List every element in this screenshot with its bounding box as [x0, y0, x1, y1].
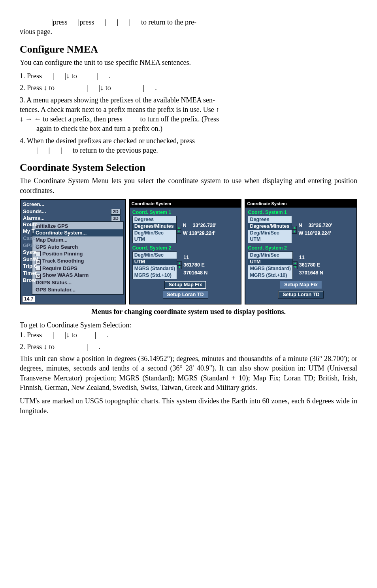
nmea-step-4a: 4. When the desired prefixes are checked…: [20, 136, 357, 146]
figure-caption: Menus for changing coordinate system use…: [20, 307, 357, 316]
submenu-item[interactable]: Show WAAS Alarm: [32, 272, 123, 279]
badge-2d: 2D: [111, 209, 121, 215]
coord-panel-2: Coordinate System Coord. System 1 Degree…: [245, 199, 357, 304]
submenu-item[interactable]: DGPS Status...: [32, 279, 123, 286]
menu-item[interactable]: Brow: [21, 277, 41, 284]
submenu-item-selected[interactable]: Coordinate System...: [32, 229, 123, 236]
submenu-item[interactable]: GPS Simulator...: [32, 286, 123, 293]
menu-item[interactable]: Route: [21, 221, 41, 228]
section-label: Coord. System 1: [248, 209, 354, 216]
submenu-item[interactable]: Position Pinning: [32, 250, 123, 257]
lon-value: W 118°29.224': [298, 230, 332, 237]
panel-title: Coordinate System: [245, 200, 356, 208]
nmea-step-3b: tences. A check mark next to a prefix me…: [20, 105, 357, 114]
coord-desc: The Coordinate System Menu lets you sele…: [20, 176, 357, 195]
utm-northing: 3701648 N: [299, 269, 323, 277]
menu-item[interactable]: 2DSounds...: [21, 208, 125, 215]
cs-step-1: 1. Press | |↓ to | .: [20, 330, 357, 340]
gps-submenu: Initialize GPS Coordinate System... Map …: [32, 221, 124, 295]
nmea-step-3a: 3. A menu appears showing the prefixes o…: [20, 95, 357, 105]
nmea-step-2: 2. Press ↓ to | |↓ to | .: [20, 83, 357, 93]
coord-sys2-list[interactable]: Deg/Min/Sec UTM MGRS (Standard) MGRS (St…: [248, 251, 292, 279]
panel-title: Coordinate System: [130, 200, 241, 208]
body-para-2: UTM's are marked on USGS topographic cha…: [20, 396, 357, 416]
gps-menu-screenshot: Screen... 2DSounds... 3DAlarms... Route …: [20, 199, 126, 304]
menu-item[interactable]: Screen...: [21, 201, 125, 208]
setup-loran-button[interactable]: Setup Loran TD: [163, 291, 208, 299]
utm-easting: 361780 E: [183, 261, 207, 269]
utm-zone: 11: [299, 254, 323, 261]
coord-panel-1: Coordinate System Coord. System 1 Degree…: [129, 199, 242, 304]
nmea-step-4b: | | | to return to the previous page.: [20, 146, 357, 155]
setup-loran-button[interactable]: Setup Loran TD: [278, 291, 324, 299]
section-label: Coord. System 2: [248, 245, 354, 251]
utm-zone: 11: [183, 254, 207, 261]
menu-item[interactable]: My T: [21, 228, 41, 235]
heading-coord-system: Coordinate System Selection: [20, 161, 357, 174]
submenu-item[interactable]: GPS Auto Search: [32, 244, 123, 251]
intro-text-1: |press |press | | | to return to the pre…: [20, 17, 357, 27]
heading-configure-nmea: Configure NMEA: [20, 42, 357, 56]
coord-sys2-list[interactable]: Deg/Min/Sec UTM MGRS (Standard) MGRS (St…: [132, 251, 177, 279]
coord-sys1-list[interactable]: Degrees Degrees/Minutes Deg/Min/Sec UTM: [248, 216, 292, 244]
lat-value: N 33°26.720': [183, 222, 217, 229]
submenu-item[interactable]: Initialize GPS: [32, 223, 123, 230]
submenu-item[interactable]: Track Smoothing: [32, 257, 123, 265]
lon-value: W 118°29.224': [183, 230, 217, 237]
utm-easting: 361780 E: [299, 261, 323, 269]
section-label: Coord. System 2: [132, 245, 239, 251]
coord-sys1-list[interactable]: Degrees Degrees/Minutes Deg/Min/Sec UTM: [132, 216, 177, 244]
cs-step-2: 2. Press ↓ to | .: [20, 342, 357, 352]
nmea-desc: You can configure the unit to use specif…: [20, 58, 357, 67]
menu-item[interactable]: Sun/M: [21, 256, 41, 263]
menu-item: Canc: [21, 235, 41, 242]
menu-item: GPS S: [21, 242, 41, 249]
nmea-step-3c: ↓ → ← to select a prefix, then press to …: [20, 114, 357, 124]
submenu-item[interactable]: Require DGPS: [32, 265, 123, 272]
screenshot-row: Screen... 2DSounds... 3DAlarms... Route …: [20, 199, 357, 304]
menu-item[interactable]: Trip C: [21, 263, 41, 270]
nmea-step-3d: again to check the box and turn a prefix…: [20, 124, 357, 133]
bottom-number: 14.7: [22, 296, 35, 302]
setup-map-fix-button[interactable]: Setup Map Fix: [164, 281, 207, 289]
submenu-item[interactable]: Map Datum...: [32, 236, 123, 244]
intro-text-2: vious page.: [20, 27, 357, 36]
menu-item[interactable]: Syste: [21, 249, 41, 256]
nmea-step-1: 1. Press | |↓ to | .: [20, 71, 357, 81]
setup-map-fix-button[interactable]: Setup Map Fix: [280, 281, 322, 289]
lat-value: N 33°26.720': [298, 222, 332, 229]
section-label: Coord. System 1: [132, 209, 239, 216]
menu-item[interactable]: Timer: [21, 270, 41, 277]
body-para-1: This unit can show a position in degrees…: [20, 354, 357, 392]
utm-northing: 3701648 N: [183, 269, 207, 277]
to-get-text: To get to Coordinate System Selection:: [20, 320, 357, 330]
